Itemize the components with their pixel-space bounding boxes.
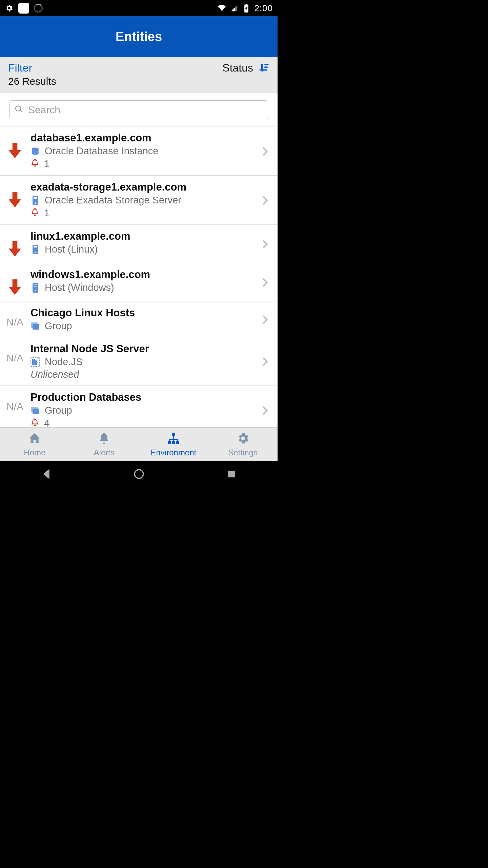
svg-point-9 [35,202,36,204]
chevron-right-icon [262,355,272,368]
tab-settings-label: Settings [228,448,258,457]
server-icon [30,244,40,255]
filter-bar: Filter 26 Results Status [0,57,278,93]
chevron-right-icon [262,276,272,289]
app-header: Entities [0,16,278,57]
svg-rect-19 [33,324,39,330]
entity-body: windows1.example.comHost (Windows) [30,269,259,293]
entity-type-label: Group [45,320,72,332]
chevron-right-icon [262,237,272,250]
search-section [0,93,278,126]
database-icon [30,146,40,156]
entity-alert-count: 4 [44,418,49,427]
home-button[interactable] [133,468,145,481]
entity-name: exadata-storage1.example.com [30,181,259,193]
bottom-tab-bar: Home Alerts Environment Settings [0,427,278,461]
entity-alert-line: 1 [30,207,259,219]
status-down-icon [3,269,27,296]
entity-body: Chicago Linux HostsGroup [30,307,259,332]
entity-list: database1.example.comOracle Database Ins… [0,126,278,427]
entity-row[interactable]: N/AProduction DatabasesGroup4 [0,386,278,427]
sort-icon[interactable] [259,62,269,74]
entity-row[interactable]: N/AInternal Node JS ServerNode.JSUnlicen… [0,337,278,386]
search-field[interactable] [9,100,268,119]
sort-status-label[interactable]: Status [222,62,253,74]
svg-rect-3 [264,66,267,68]
tab-environment[interactable]: Environment [139,428,208,461]
na-text: N/A [6,401,23,412]
svg-rect-11 [34,246,37,247]
svg-rect-16 [34,286,37,287]
entity-name: database1.example.com [30,132,259,144]
svg-rect-2 [264,64,268,65]
svg-rect-32 [228,471,235,477]
wifi-icon [218,4,226,13]
entity-name: Internal Node JS Server [30,343,259,355]
entity-type-line: Node.JS [30,356,259,368]
svg-rect-22 [32,359,35,360]
entity-type-label: Oracle Exadata Storage Server [45,195,181,206]
entity-type-label: Oracle Database Instance [45,145,158,157]
entity-name: windows1.example.com [30,269,259,281]
entity-type-label: Group [45,405,72,416]
entity-note: Unlicensed [30,369,259,380]
entity-body: exadata-storage1.example.comOracle Exada… [30,181,259,219]
svg-point-13 [35,252,36,253]
entity-type-line: Host (Windows) [30,282,259,293]
server-icon [30,195,40,205]
chevron-right-icon [262,144,272,157]
tab-home[interactable]: Home [0,428,69,461]
svg-point-31 [135,470,143,478]
filter-link[interactable]: Filter [8,62,56,74]
entity-row[interactable]: N/AChicago Linux HostsGroup [0,301,278,337]
svg-rect-24 [33,409,39,414]
app-indicator-icon [18,3,29,14]
entity-alert-count: 1 [44,158,49,170]
gear-icon [236,432,250,447]
entity-body: database1.example.comOracle Database Ins… [30,132,259,170]
svg-rect-8 [34,198,37,199]
svg-rect-1 [246,4,247,5]
entity-type-line: Group [30,320,259,332]
search-input[interactable] [28,104,263,116]
svg-rect-28 [168,440,171,444]
svg-rect-30 [176,440,179,444]
status-bar-clock: 2:00 [254,3,273,14]
tab-home-label: Home [24,448,45,457]
cellular-signal-icon [230,4,239,13]
tab-alerts[interactable]: Alerts [69,428,139,461]
entity-alert-count: 1 [44,208,49,219]
svg-rect-27 [172,433,175,436]
alert-bell-icon [30,417,39,427]
status-na-label: N/A [3,307,27,328]
group-icon [30,321,40,331]
group-icon [30,406,40,416]
svg-rect-7 [34,197,37,198]
tab-environment-label: Environment [151,448,197,457]
entity-type-label: Host (Windows) [45,282,114,293]
android-nav-bar [0,461,278,488]
entity-row[interactable]: windows1.example.comHost (Windows) [0,263,278,301]
battery-charging-icon [242,4,251,13]
entity-row[interactable]: database1.example.comOracle Database Ins… [0,126,278,176]
android-status-bar: 2:00 [0,0,278,16]
alert-bell-icon [30,207,39,219]
entity-type-line: Host (Linux) [30,244,259,255]
entity-body: linux1.example.comHost (Linux) [30,230,259,255]
entity-row[interactable]: linux1.example.comHost (Linux) [0,225,278,263]
tab-settings[interactable]: Settings [208,428,278,461]
svg-rect-12 [34,248,37,248]
entity-name: Chicago Linux Hosts [30,307,259,319]
entity-name: linux1.example.com [30,230,259,242]
svg-rect-21 [32,360,37,365]
entity-type-line: Oracle Database Instance [30,145,259,157]
recents-button[interactable] [226,468,237,481]
entity-alert-line: 1 [30,158,259,170]
entity-alert-line: 4 [30,417,259,427]
entity-body: Production DatabasesGroup4 [30,391,259,427]
bell-icon [97,432,111,447]
back-button[interactable] [41,468,52,481]
status-na-label: N/A [3,343,27,364]
entity-type-label: Node.JS [45,356,82,368]
entity-row[interactable]: exadata-storage1.example.comOracle Exada… [0,176,278,225]
